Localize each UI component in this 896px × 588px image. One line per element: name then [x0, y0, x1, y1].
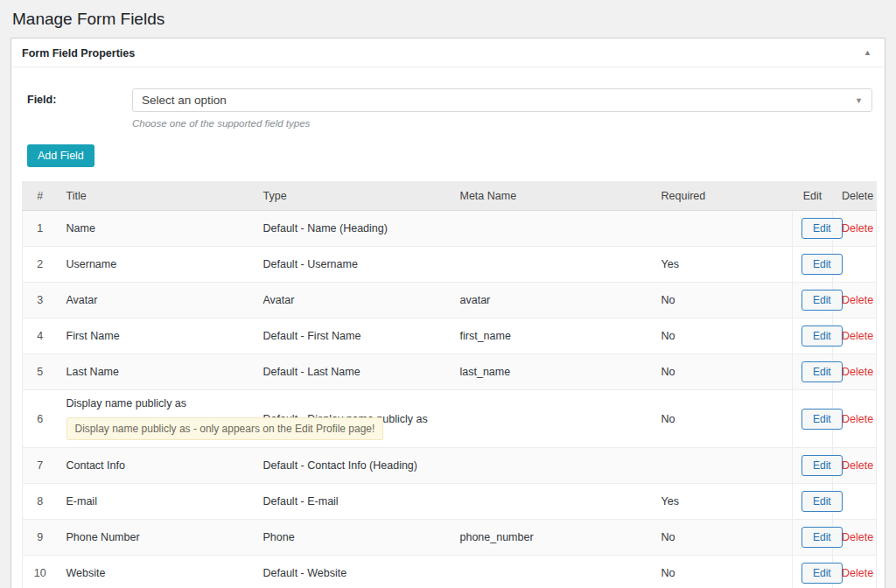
header-title: Title — [58, 182, 255, 211]
field-meta-name — [452, 247, 653, 283]
field-type: Avatar — [255, 283, 452, 318]
page-title: Manage Form Fields — [0, 0, 896, 38]
field-title: Name — [66, 222, 95, 234]
field-required: No — [653, 283, 793, 318]
field-type: Default - Contact Info (Heading) — [255, 448, 452, 484]
table-row: 2 Username Default - Username Yes Edit — [23, 247, 877, 283]
edit-button[interactable]: Edit — [802, 563, 843, 584]
edit-button[interactable]: Edit — [802, 455, 843, 476]
field-select-value: Select an option — [142, 94, 227, 107]
field-required: Yes — [653, 484, 793, 520]
row-number: 1 — [23, 211, 58, 247]
field-type: Default - First Name — [255, 318, 452, 354]
panel-body: Field: Select an option ▼ Choose one of … — [11, 67, 885, 588]
header-delete: Delete — [833, 182, 877, 211]
edit-button[interactable]: Edit — [802, 491, 843, 512]
field-type: Default - E-mail — [255, 484, 452, 520]
field-meta-name — [452, 556, 653, 588]
delete-link[interactable]: Delete — [842, 531, 873, 543]
table-row: 6 Display name publicly asDisplay name p… — [23, 390, 877, 448]
row-number: 2 — [23, 247, 58, 283]
panel-header: Form Field Properties ▲ — [11, 38, 885, 67]
field-title: Avatar — [66, 294, 98, 306]
field-meta-name — [452, 448, 653, 484]
field-tooltip: Display name publicly as - only appears … — [66, 417, 384, 440]
row-number: 7 — [23, 448, 58, 484]
edit-button[interactable]: Edit — [802, 361, 843, 382]
add-field-button[interactable]: Add Field — [27, 144, 94, 167]
edit-button[interactable]: Edit — [802, 218, 843, 239]
table-row: 5 Last Name Default - Last Name last_nam… — [23, 354, 877, 390]
panel-title: Form Field Properties — [22, 47, 135, 60]
edit-cell: Edit — [793, 484, 833, 520]
table-row: 9 Phone Number Phone phone_number No Edi… — [23, 520, 877, 556]
field-control: Select an option ▼ Choose one of the sup… — [132, 88, 872, 129]
header-required: Required — [653, 182, 793, 211]
field-title: Contact Info — [66, 459, 125, 472]
edit-button[interactable]: Edit — [802, 254, 843, 275]
row-number: 8 — [23, 484, 58, 520]
field-type: Default - Username — [255, 247, 452, 283]
edit-cell: Edit — [793, 247, 833, 283]
delete-link[interactable]: Delete — [842, 222, 873, 234]
delete-link[interactable]: Delete — [842, 366, 873, 378]
field-select-row: Field: Select an option ▼ Choose one of … — [22, 80, 874, 129]
delete-link[interactable]: Delete — [842, 294, 873, 306]
header-type: Type — [255, 182, 452, 211]
field-title: Last Name — [66, 366, 119, 378]
field-title: Phone Number — [66, 531, 140, 543]
field-type: Default - Name (Heading) — [255, 211, 452, 247]
field-required: Yes — [653, 247, 793, 283]
field-meta-name: avatar — [452, 283, 653, 318]
row-title-cell: Last Name — [58, 354, 255, 390]
row-number: 10 — [23, 556, 58, 588]
edit-button[interactable]: Edit — [802, 409, 843, 430]
row-number: 9 — [23, 520, 58, 556]
fields-table: # Title Type Meta Name Required Edit Del… — [22, 181, 877, 588]
edit-cell: Edit — [793, 390, 833, 448]
edit-cell: Edit — [793, 448, 833, 484]
header-number: # — [23, 182, 58, 211]
row-title-cell: Name — [58, 211, 255, 247]
edit-cell: Edit — [793, 520, 833, 556]
table-row: 7 Contact Info Default - Contact Info (H… — [23, 448, 877, 484]
field-required: No — [653, 318, 793, 354]
row-number: 3 — [23, 283, 58, 318]
field-label: Field: — [27, 88, 132, 129]
delete-link[interactable]: Delete — [842, 459, 873, 472]
row-number: 4 — [23, 318, 58, 354]
edit-cell: Edit — [793, 283, 833, 318]
page: Manage Form Fields Form Field Properties… — [0, 0, 896, 588]
field-meta-name: first_name — [452, 318, 653, 354]
delete-link[interactable]: Delete — [842, 567, 873, 579]
field-meta-name — [452, 211, 653, 247]
delete-link[interactable]: Delete — [842, 413, 873, 425]
row-title-cell: Phone Number — [58, 520, 255, 556]
field-required — [653, 448, 793, 484]
edit-cell: Edit — [793, 556, 833, 588]
edit-button[interactable]: Edit — [802, 290, 843, 311]
field-required: No — [653, 390, 793, 448]
form-field-properties-panel: Form Field Properties ▲ Field: Select an… — [10, 38, 886, 588]
fields-table-body: 1 Name Default - Name (Heading) Edit Del… — [23, 211, 877, 588]
field-required: No — [653, 354, 793, 390]
table-row: 10 Website Default - Website No Edit Del… — [23, 556, 877, 588]
edit-cell: Edit — [793, 318, 833, 354]
chevron-down-icon: ▼ — [855, 96, 863, 105]
field-meta-name — [452, 390, 653, 448]
field-title: E-mail — [66, 495, 97, 508]
field-required — [653, 211, 793, 247]
row-title-cell: Avatar — [58, 283, 255, 318]
table-row: 3 Avatar Avatar avatar No Edit Delete — [23, 283, 877, 318]
edit-button[interactable]: Edit — [802, 527, 843, 548]
collapse-arrow-icon[interactable]: ▲ — [861, 46, 874, 60]
field-title: Display name publicly as — [66, 397, 187, 410]
delete-link[interactable]: Delete — [842, 330, 873, 342]
field-required: No — [653, 556, 793, 588]
table-row: 8 E-mail Default - E-mail Yes Edit — [23, 484, 877, 520]
field-type-select[interactable]: Select an option ▼ — [132, 88, 872, 112]
field-type: Default - Website — [255, 556, 452, 588]
field-type: Phone — [255, 520, 452, 556]
edit-button[interactable]: Edit — [802, 326, 843, 346]
row-title-cell: Username — [58, 247, 255, 283]
